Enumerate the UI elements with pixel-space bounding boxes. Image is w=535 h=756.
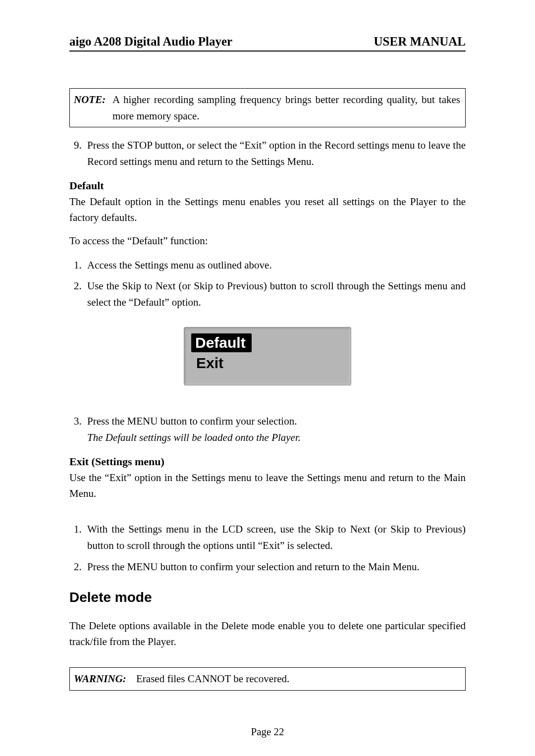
exit-heading: Exit (Settings menu)	[69, 455, 466, 468]
step-list-continue: Press the STOP button, or select the “Ex…	[69, 137, 466, 169]
default-intro: The Default option in the Settings menu …	[69, 194, 466, 225]
warning-text: Erased files CANNOT be recovered.	[136, 671, 460, 687]
default-access-line: To access the “Default” function:	[69, 233, 466, 249]
delete-mode-intro: The Delete options available in the Dele…	[69, 618, 466, 649]
default-step-3-line2: The Default settings will be loaded onto…	[87, 432, 301, 443]
note-label: NOTE:	[74, 92, 112, 124]
default-steps-1-2: Access the Settings menu as outlined abo…	[69, 257, 466, 311]
page-header: aigo A208 Digital Audio Player USER MANU…	[69, 35, 466, 52]
exit-step-1: With the Settings menu in the LCD screen…	[84, 521, 466, 553]
lcd-screenshot: Default Exit	[69, 327, 466, 385]
default-step-1: Access the Settings menu as outlined abo…	[84, 257, 466, 273]
exit-step-2: Press the MENU button to confirm your se…	[84, 559, 466, 575]
note-box: NOTE: A higher recording sampling freque…	[69, 88, 466, 127]
warning-label: WARNING:	[74, 671, 136, 687]
default-heading: Default	[69, 179, 466, 192]
lcd-item-exit: Exit	[192, 354, 229, 373]
header-title-right: USER MANUAL	[374, 35, 466, 49]
lcd-screen: Default Exit	[184, 327, 351, 385]
delete-mode-heading: Delete mode	[69, 590, 466, 605]
default-step-3-line1: Press the MENU button to confirm your se…	[87, 415, 297, 427]
step-9: Press the STOP button, or select the “Ex…	[84, 137, 466, 169]
default-step-3-list: Press the MENU button to confirm your se…	[69, 413, 466, 445]
exit-intro: Use the “Exit” option in the Settings me…	[69, 470, 466, 501]
default-step-2: Use the Skip to Next (or Skip to Previou…	[84, 278, 466, 310]
spacer	[69, 509, 466, 521]
page-number: Page 22	[0, 726, 535, 738]
document-page: aigo A208 Digital Audio Player USER MANU…	[0, 0, 535, 756]
lcd-item-selected: Default	[191, 333, 252, 352]
header-title-left: aigo A208 Digital Audio Player	[69, 35, 232, 49]
default-step-3: Press the MENU button to confirm your se…	[84, 413, 466, 445]
exit-steps: With the Settings menu in the LCD screen…	[69, 521, 466, 575]
note-text: A higher recording sampling frequency br…	[112, 92, 460, 124]
warning-box: WARNING: Erased files CANNOT be recovere…	[69, 667, 466, 691]
